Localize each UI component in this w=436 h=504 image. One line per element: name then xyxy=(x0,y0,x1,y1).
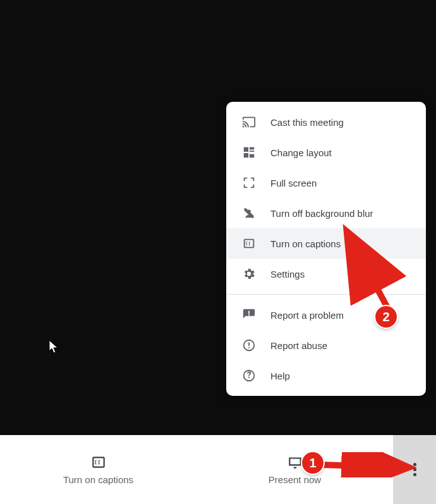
menu-label: Cast this meeting xyxy=(270,117,344,128)
menu-item-cast[interactable]: Cast this meeting xyxy=(226,107,426,137)
menu-item-settings[interactable]: Settings xyxy=(226,259,426,289)
present-now-button[interactable]: Present now xyxy=(197,435,393,504)
menu-item-report-abuse[interactable]: Report abuse xyxy=(226,330,426,360)
help-icon xyxy=(241,368,257,383)
menu-item-help[interactable]: Help xyxy=(226,360,426,391)
turn-on-captions-button[interactable]: Turn on captions xyxy=(0,435,197,504)
layout-icon xyxy=(241,145,257,160)
menu-label: Full screen xyxy=(270,178,317,188)
menu-label: Turn off background blur xyxy=(270,208,373,219)
fullscreen-icon xyxy=(241,175,257,190)
settings-icon xyxy=(241,266,257,281)
menu-label: Report abuse xyxy=(270,340,327,351)
menu-label: Change layout xyxy=(270,147,332,158)
more-options-button[interactable] xyxy=(393,435,436,504)
menu-label: Turn on captions xyxy=(270,238,341,249)
cc-icon xyxy=(90,454,107,470)
menu-item-background-blur[interactable]: Turn off background blur xyxy=(226,198,426,228)
more-vert-icon xyxy=(413,461,416,478)
feedback-icon xyxy=(241,307,257,323)
menu-label: Report a problem xyxy=(270,310,344,321)
menu-separator xyxy=(226,294,426,295)
present-icon xyxy=(287,454,303,470)
report-abuse-icon xyxy=(241,338,257,353)
svg-point-0 xyxy=(247,210,251,214)
menu-item-fullscreen[interactable]: Full screen xyxy=(226,168,426,198)
cc-icon xyxy=(241,236,257,251)
annotation-step-1: 1 xyxy=(302,452,324,474)
control-bar: Turn on captions Present now xyxy=(0,435,436,504)
blur-icon xyxy=(241,206,257,221)
more-options-menu: Cast this meeting Change layout Full scr… xyxy=(226,102,426,396)
cast-icon xyxy=(241,114,257,130)
present-label: Present now xyxy=(269,474,321,485)
menu-item-captions[interactable]: Turn on captions xyxy=(226,228,426,259)
menu-item-layout[interactable]: Change layout xyxy=(226,137,426,168)
captions-label: Turn on captions xyxy=(63,474,133,485)
menu-label: Settings xyxy=(270,269,305,280)
menu-label: Help xyxy=(270,371,290,381)
annotation-step-2: 2 xyxy=(375,306,397,328)
